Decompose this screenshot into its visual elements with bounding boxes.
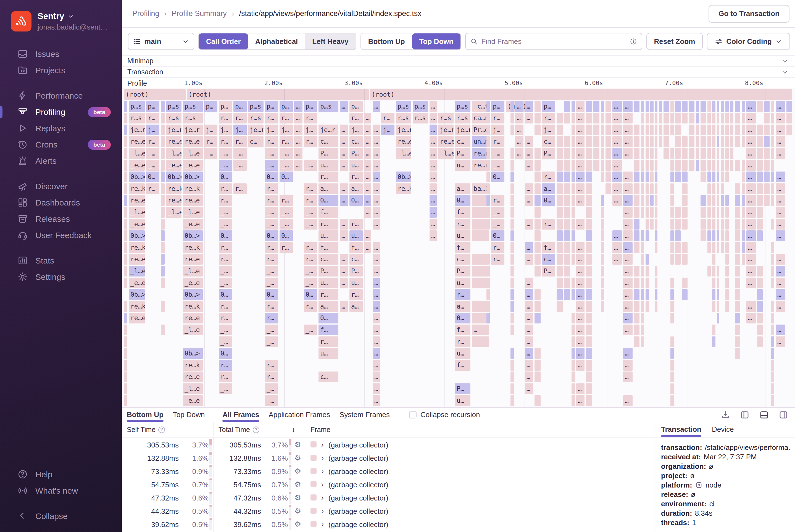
tab-system-frames[interactable]: System Frames [340, 408, 390, 422]
flame-frame[interactable] [487, 254, 490, 265]
flame-frame[interactable] [556, 113, 563, 124]
flame-frame[interactable] [701, 172, 706, 182]
flame-frame[interactable] [556, 254, 563, 265]
sidebar-item-crons[interactable]: Cronsbeta [0, 136, 122, 153]
flame-frame[interactable] [641, 184, 644, 194]
flame-frame[interactable] [124, 230, 127, 241]
flame-frame[interactable]: _… [219, 148, 232, 159]
flame-frame[interactable] [771, 313, 774, 323]
flame-frame[interactable] [707, 101, 711, 112]
flame-frame[interactable] [735, 219, 740, 230]
flame-frame[interactable]: P… [319, 148, 338, 159]
flame-frame[interactable] [771, 360, 774, 371]
flame-frame[interactable] [534, 254, 541, 265]
flame-frame[interactable] [712, 266, 716, 277]
flame-frame[interactable]: _… [280, 160, 293, 171]
flame-frame[interactable]: _e…e [129, 278, 145, 288]
flame-frame[interactable] [689, 113, 695, 124]
flame-frame[interactable]: _l…e [183, 383, 203, 394]
flame-frame[interactable] [725, 136, 729, 147]
flame-frame[interactable]: re…e [183, 254, 203, 265]
flame-frame[interactable] [641, 136, 644, 147]
flame-frame[interactable] [571, 160, 575, 171]
flame-frame[interactable] [712, 289, 716, 300]
flame-frame[interactable]: … [525, 160, 533, 171]
flame-frame[interactable] [487, 266, 490, 277]
flame-frame[interactable] [742, 219, 745, 230]
expand-chevron-icon[interactable]: › [321, 520, 324, 529]
flame-frame[interactable] [701, 230, 706, 241]
download-icon[interactable] [720, 410, 730, 420]
tab-application-frames[interactable]: Application Frames [268, 408, 330, 422]
flame-frame[interactable] [725, 101, 729, 112]
flame-frame[interactable]: … [623, 289, 632, 300]
layout-right-panel-icon[interactable] [778, 410, 788, 420]
flame-frame[interactable]: r…s [166, 113, 182, 124]
flame-frame[interactable]: p… [146, 101, 159, 112]
flame-frame[interactable] [534, 101, 541, 112]
flame-frame[interactable]: … [576, 148, 585, 159]
flame-frame[interactable] [717, 101, 719, 112]
flame-frame[interactable]: … [340, 230, 348, 241]
flame-frame[interactable]: … [746, 313, 756, 323]
flame-frame[interactable]: u… [319, 348, 338, 359]
flame-frame[interactable]: 0… [304, 289, 317, 300]
flame-frame[interactable] [655, 148, 658, 159]
flame-frame[interactable]: re…k [166, 184, 182, 194]
flame-frame[interactable] [675, 254, 681, 265]
flame-frame[interactable]: 0… [219, 172, 232, 182]
flame-frame[interactable] [717, 195, 719, 206]
flame-frame[interactable] [655, 278, 658, 288]
flame-frame[interactable]: … [746, 230, 756, 241]
flame-frame[interactable]: _… [304, 160, 317, 171]
flame-frame[interactable]: … [373, 348, 380, 359]
flame-frame[interactable] [735, 195, 740, 206]
flame-frame[interactable] [586, 360, 592, 371]
flame-frame[interactable]: … [525, 313, 533, 323]
flame-frame[interactable]: _… [219, 383, 232, 394]
flame-frame[interactable] [701, 219, 706, 230]
flame-frame[interactable]: … [612, 242, 622, 253]
flame-frame[interactable] [510, 360, 514, 371]
flame-frame[interactable]: f… [455, 325, 470, 335]
expand-chevron-icon[interactable]: › [321, 441, 324, 449]
flame-frame[interactable]: u… [349, 160, 363, 171]
flame-frame[interactable]: c… [349, 254, 363, 265]
flame-frame[interactable] [670, 289, 674, 300]
flame-frame[interactable] [601, 172, 604, 182]
flame-frame[interactable] [675, 125, 681, 135]
flame-frame[interactable]: … [623, 348, 632, 359]
flame-frame[interactable]: j… [542, 125, 555, 135]
flame-frame[interactable]: _… [304, 219, 317, 230]
flame-frame[interactable] [764, 172, 770, 182]
flame-frame[interactable]: 0b…> [183, 230, 203, 241]
flame-frame[interactable]: … [430, 207, 437, 218]
flame-frame[interactable] [556, 195, 563, 206]
flame-frame[interactable]: … [364, 184, 371, 194]
flame-frame[interactable]: r… [491, 242, 505, 253]
flame-frame[interactable] [717, 148, 719, 159]
flame-frame[interactable] [655, 207, 658, 218]
flame-frame[interactable] [655, 219, 658, 230]
flame-frame[interactable]: re…e [183, 372, 203, 382]
flame-frame[interactable]: f… [455, 360, 470, 371]
flame-frame[interactable] [646, 219, 649, 230]
flame-frame[interactable] [717, 242, 719, 253]
total-time-column-header[interactable]: Total Time ? [219, 426, 259, 434]
flame-frame[interactable]: r… [319, 219, 338, 230]
flame-frame[interactable] [650, 160, 654, 171]
flame-frame[interactable]: c… [542, 254, 555, 265]
flame-frame[interactable]: … [430, 195, 437, 206]
flame-frame[interactable]: f… [319, 242, 338, 253]
flame-frame[interactable]: re…e [183, 313, 203, 323]
flame-frame[interactable]: … [576, 348, 585, 359]
flame-frame[interactable]: u… [455, 348, 470, 359]
flame-frame[interactable] [682, 101, 687, 112]
flame-frame[interactable] [601, 160, 604, 171]
flame-frame[interactable]: … [623, 207, 632, 218]
flame-frame[interactable]: … [430, 125, 437, 135]
segment-call-order[interactable]: Call Order [199, 34, 248, 50]
self-time-column-header[interactable]: Self Time ? [127, 426, 165, 434]
flame-frame[interactable] [682, 207, 687, 218]
flame-frame[interactable] [641, 148, 644, 159]
